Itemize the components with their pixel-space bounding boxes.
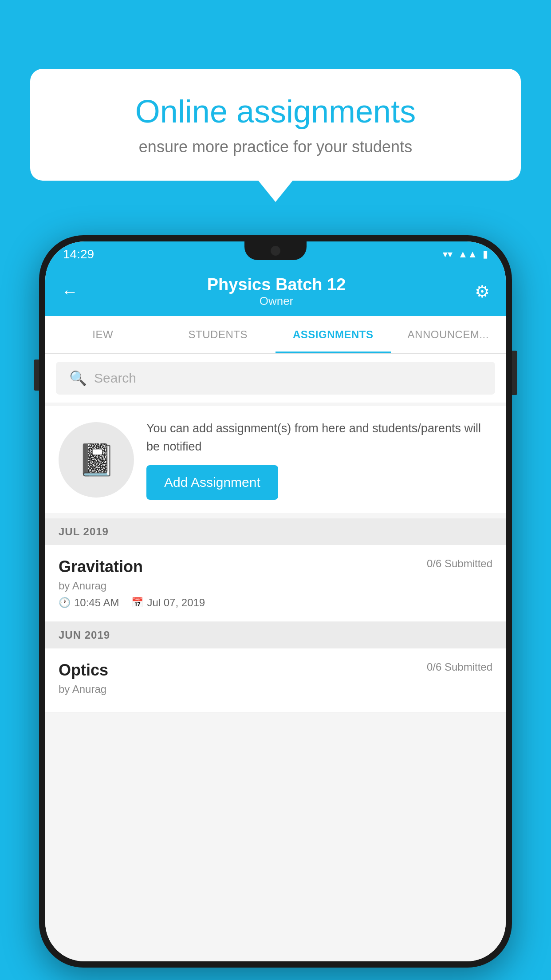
assignment-name-optics: Optics	[59, 661, 108, 680]
promo-icon-circle: 📓	[59, 422, 134, 498]
back-button[interactable]: ←	[61, 282, 78, 301]
assignment-item-gravitation[interactable]: Gravitation 0/6 Submitted by Anurag 🕐 10…	[45, 545, 506, 622]
settings-button[interactable]: ⚙	[475, 282, 490, 301]
date-value: Jul 07, 2019	[147, 597, 205, 609]
tabs-bar: IEW STUDENTS ASSIGNMENTS ANNOUNCEM...	[45, 316, 506, 354]
notebook-icon: 📓	[77, 442, 116, 478]
speech-bubble-subtitle: ensure more practice for your students	[59, 138, 492, 156]
signal-icon: ▲▲	[458, 249, 477, 260]
battery-icon: ▮	[483, 249, 488, 260]
header-subtitle: Owner	[207, 294, 346, 308]
header-title: Physics Batch 12	[207, 275, 346, 294]
assignment-submitted: 0/6 Submitted	[427, 557, 492, 570]
wifi-icon: ▾▾	[443, 249, 453, 260]
promo-text: You can add assignment(s) from here and …	[146, 419, 492, 455]
time-value: 10:45 AM	[74, 597, 119, 609]
assignment-name: Gravitation	[59, 557, 143, 576]
phone-side-btn-right	[512, 351, 517, 395]
search-placeholder: Search	[94, 371, 136, 386]
speech-bubble-container: Online assignments ensure more practice …	[30, 69, 521, 181]
add-assignment-button[interactable]: Add Assignment	[146, 465, 278, 500]
assignment-row-top-optics: Optics 0/6 Submitted	[59, 661, 492, 680]
tab-students[interactable]: STUDENTS	[161, 316, 276, 353]
content-area: 🔍 Search 📓 You can add assignment(s) fro…	[45, 354, 506, 961]
phone-device: 14:29 ▾▾ ▲▲ ▮ ← Physics Batch 12 Owner ⚙…	[39, 235, 512, 968]
phone-side-btn-left	[34, 360, 39, 391]
tab-assignments[interactable]: ASSIGNMENTS	[276, 316, 391, 353]
tab-announcements[interactable]: ANNOUNCEM...	[391, 316, 506, 353]
search-bar[interactable]: 🔍 Search	[56, 362, 495, 395]
assignment-by: by Anurag	[59, 580, 492, 592]
assignment-meta: 🕐 10:45 AM 📅 Jul 07, 2019	[59, 597, 492, 609]
section-header-jun: JUN 2019	[45, 622, 506, 648]
speech-bubble: Online assignments ensure more practice …	[30, 69, 521, 181]
search-container: 🔍 Search	[45, 354, 506, 403]
assignment-item-optics[interactable]: Optics 0/6 Submitted by Anurag	[45, 648, 506, 713]
section-header-jul: JUL 2019	[45, 518, 506, 545]
header-center: Physics Batch 12 Owner	[207, 275, 346, 308]
app-header: ← Physics Batch 12 Owner ⚙	[45, 267, 506, 316]
phone-notch	[244, 241, 307, 260]
phone-screen: 14:29 ▾▾ ▲▲ ▮ ← Physics Batch 12 Owner ⚙…	[45, 241, 506, 961]
notch-camera	[271, 246, 280, 256]
search-icon: 🔍	[69, 370, 87, 387]
tab-iew[interactable]: IEW	[45, 316, 161, 353]
assignment-promo: 📓 You can add assignment(s) from here an…	[45, 406, 506, 513]
status-time: 14:29	[63, 247, 94, 261]
assignment-submitted-optics: 0/6 Submitted	[427, 661, 492, 673]
assignment-time: 🕐 10:45 AM	[59, 597, 119, 609]
assignment-row-top: Gravitation 0/6 Submitted	[59, 557, 492, 576]
promo-right: You can add assignment(s) from here and …	[146, 419, 492, 500]
status-icons: ▾▾ ▲▲ ▮	[443, 249, 488, 260]
speech-bubble-title: Online assignments	[59, 93, 492, 130]
assignment-date: 📅 Jul 07, 2019	[131, 597, 205, 609]
assignment-by-optics: by Anurag	[59, 683, 492, 695]
calendar-icon: 📅	[131, 597, 143, 609]
clock-icon: 🕐	[59, 597, 71, 609]
